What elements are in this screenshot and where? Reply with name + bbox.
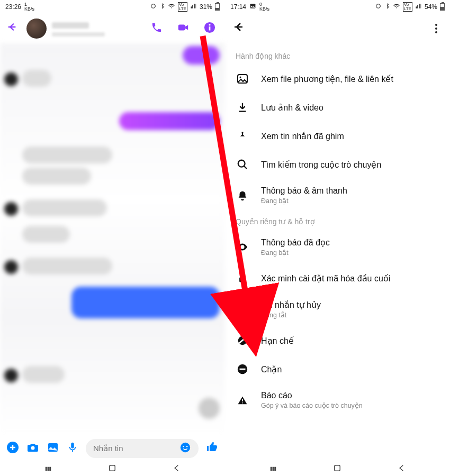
row-report[interactable]: Báo cáo Góp ý và báo cáo cuộc trò chuyện	[225, 383, 450, 417]
section-header-privacy: Quyền riêng tư & hỗ trợ	[225, 212, 450, 230]
message-placeholder: Nhắn tin	[93, 444, 123, 453]
pin-icon	[236, 129, 249, 143]
nav-home[interactable]	[332, 463, 342, 475]
contact-subtitle	[52, 32, 105, 36]
signal-icon	[415, 3, 422, 11]
row-subtitle: Đang bật	[261, 249, 439, 257]
svg-rect-7	[71, 443, 74, 448]
row-notifications[interactable]: Thông báo & âm thanh Đang bật	[225, 179, 450, 212]
settings-appbar	[225, 14, 450, 43]
search-icon	[236, 158, 249, 171]
row-subtitle: Góp ý và báo cáo cuộc trò chuyện	[261, 401, 439, 409]
status-speed: 1 KB/s	[24, 2, 34, 12]
svg-rect-25	[240, 369, 246, 370]
svg-rect-27	[273, 468, 274, 471]
bell-icon	[236, 189, 249, 203]
svg-rect-2	[209, 26, 211, 30]
message-input[interactable]: Nhắn tin	[86, 439, 199, 458]
svg-point-17	[240, 77, 241, 78]
row-subtitle: Đang bật	[261, 197, 439, 205]
row-title: Lưu ảnh & video	[261, 103, 439, 113]
contact-name	[52, 22, 89, 29]
compose-bar: Nhắn tin	[0, 435, 225, 462]
svg-rect-0	[178, 25, 185, 31]
alarm-icon	[375, 3, 382, 11]
bluetooth-icon	[384, 3, 390, 11]
svg-point-5	[31, 446, 35, 450]
video-call-button[interactable]	[176, 22, 190, 35]
svg-point-19	[238, 160, 245, 167]
row-title: Tìm kiếm trong cuộc trò chuyện	[261, 160, 439, 170]
mic-button[interactable]	[67, 441, 78, 456]
system-nav-right	[225, 462, 450, 476]
signal-icon	[190, 3, 197, 11]
row-search[interactable]: Tìm kiếm trong cuộc trò chuyện	[225, 150, 450, 179]
status-time: 17:14	[230, 3, 246, 11]
settings-list: Hành động khác Xem file phương tiện, fil…	[225, 43, 450, 420]
nav-home[interactable]	[107, 463, 117, 475]
nav-recent[interactable]	[268, 463, 278, 475]
section-header-actions: Hành động khác	[225, 47, 450, 65]
svg-rect-26	[271, 468, 272, 471]
system-nav-left	[0, 462, 225, 476]
volte-icon: VoLTE	[178, 2, 187, 12]
svg-point-3	[209, 24, 210, 25]
more-actions-button[interactable]	[6, 441, 19, 456]
row-disappearing[interactable]: Tin nhắn tự hủy Đang tắt	[225, 292, 450, 326]
screenshot-icon	[249, 3, 256, 11]
camera-button[interactable]	[26, 441, 39, 456]
block-icon	[236, 362, 249, 376]
settings-pane: 17:14 0 KB/s VoLTE 54% Hành động khác	[225, 0, 450, 476]
warning-icon	[236, 393, 249, 407]
row-title: Xem file phương tiện, file & liên kết	[261, 74, 439, 84]
row-title: Thông báo & âm thanh	[261, 186, 439, 196]
row-block[interactable]: Chặn	[225, 355, 450, 383]
info-button[interactable]	[204, 22, 215, 35]
svg-point-8	[181, 442, 190, 452]
more-options-button[interactable]	[430, 24, 443, 33]
nav-back[interactable]	[172, 463, 182, 475]
wifi-icon	[393, 3, 400, 11]
row-title: Thông báo đã đọc	[261, 237, 439, 248]
restrict-icon	[236, 334, 249, 347]
row-restrict[interactable]: Hạn chế	[225, 326, 450, 355]
gallery-button[interactable]	[47, 441, 59, 456]
chat-appbar	[0, 14, 225, 43]
row-title: Hạn chế	[261, 336, 439, 346]
download-icon	[236, 100, 249, 114]
svg-rect-18	[239, 111, 246, 112]
row-title: Tin nhắn tự hủy	[261, 300, 439, 310]
row-title: Chặn	[261, 364, 439, 374]
svg-point-10	[186, 445, 187, 446]
wifi-icon	[168, 3, 175, 11]
svg-rect-28	[275, 468, 276, 471]
back-button[interactable]	[232, 21, 245, 36]
row-save[interactable]: Lưu ảnh & video	[225, 93, 450, 122]
svg-rect-11	[46, 468, 47, 471]
volte-icon: VoLTE	[403, 2, 412, 12]
row-encryption[interactable]: Xác minh cài đặt mã hóa đầu cuối	[225, 264, 450, 292]
status-speed: 0 KB/s	[259, 2, 269, 12]
row-title: Báo cáo	[261, 391, 439, 400]
back-button[interactable]	[4, 21, 20, 36]
row-media[interactable]: Xem file phương tiện, file & liên kết	[225, 65, 450, 93]
row-pinned[interactable]: Xem tin nhắn đã ghim	[225, 122, 450, 150]
row-title: Xem tin nhắn đã ghim	[261, 131, 439, 141]
row-read-receipts[interactable]: Thông báo đã đọc Đang bật	[225, 230, 450, 264]
svg-point-20	[241, 246, 244, 248]
svg-point-9	[183, 445, 184, 446]
svg-rect-14	[110, 465, 115, 471]
nav-recent[interactable]	[43, 463, 53, 475]
battery-icon	[440, 3, 445, 11]
bluetooth-icon	[159, 3, 165, 11]
audio-call-button[interactable]	[151, 22, 163, 35]
contact-header[interactable]	[24, 17, 147, 40]
avatar	[26, 19, 47, 39]
eye-icon	[236, 240, 249, 254]
emoji-button[interactable]	[179, 442, 191, 456]
chat-pane: 23:26 1 KB/s VoLTE 31%	[0, 0, 225, 476]
nav-back[interactable]	[397, 463, 407, 475]
like-button[interactable]	[206, 441, 219, 456]
alarm-icon	[150, 3, 157, 11]
svg-rect-21	[239, 277, 246, 282]
